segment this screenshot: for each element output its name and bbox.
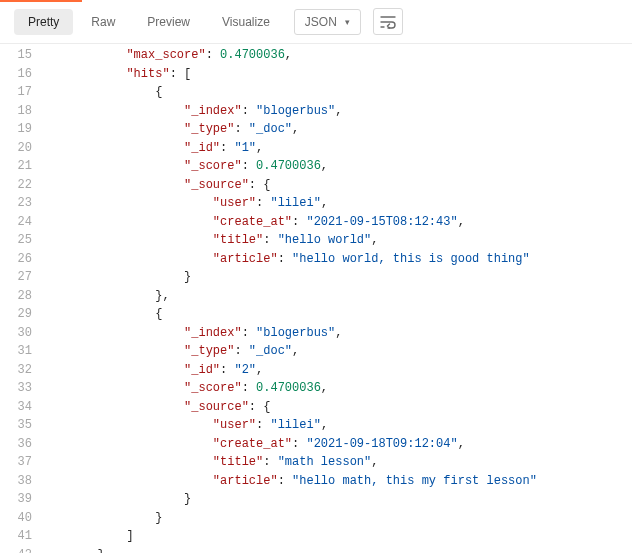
- code-line: }: [40, 268, 632, 287]
- line-number: 40: [0, 509, 32, 528]
- code-line: "_id": "1",: [40, 139, 632, 158]
- line-number: 28: [0, 287, 32, 306]
- code-line: "_score": 0.4700036,: [40, 157, 632, 176]
- code-line: "_index": "blogerbus",: [40, 324, 632, 343]
- code-line: "title": "math lesson",: [40, 453, 632, 472]
- line-number: 15: [0, 46, 32, 65]
- code-line: "article": "hello world, this is good th…: [40, 250, 632, 269]
- code-line: "_source": {: [40, 176, 632, 195]
- code-line: "create_at": "2021-09-18T09:12:04",: [40, 435, 632, 454]
- code-line: {: [40, 83, 632, 102]
- line-number: 20: [0, 139, 32, 158]
- code-line: "max_score": 0.4700036,: [40, 46, 632, 65]
- code-line: }: [40, 509, 632, 528]
- code-line: },: [40, 287, 632, 306]
- code-line: "title": "hello world",: [40, 231, 632, 250]
- line-number: 25: [0, 231, 32, 250]
- line-number: 41: [0, 527, 32, 546]
- line-number: 34: [0, 398, 32, 417]
- line-number: 17: [0, 83, 32, 102]
- code-line: "_id": "2",: [40, 361, 632, 380]
- code-line: "create_at": "2021-09-15T08:12:43",: [40, 213, 632, 232]
- response-toolbar: Pretty Raw Preview Visualize JSON ▾: [0, 2, 632, 44]
- line-gutter: 1516171819202122232425262728293031323334…: [0, 44, 40, 553]
- code-line: "user": "lilei",: [40, 194, 632, 213]
- code-line: "_score": 0.4700036,: [40, 379, 632, 398]
- line-number: 21: [0, 157, 32, 176]
- chevron-down-icon: ▾: [345, 17, 350, 27]
- wrap-icon: [380, 15, 396, 29]
- code-line: }: [40, 490, 632, 509]
- code-line: "hits": [: [40, 65, 632, 84]
- tab-visualize[interactable]: Visualize: [208, 9, 284, 35]
- line-number: 16: [0, 65, 32, 84]
- line-number: 39: [0, 490, 32, 509]
- line-number: 29: [0, 305, 32, 324]
- code-content[interactable]: "max_score": 0.4700036, "hits": [ { "_in…: [40, 44, 632, 553]
- code-line: {: [40, 305, 632, 324]
- line-number: 32: [0, 361, 32, 380]
- code-line: "_type": "_doc",: [40, 120, 632, 139]
- line-number: 33: [0, 379, 32, 398]
- line-number: 30: [0, 324, 32, 343]
- line-number: 42: [0, 546, 32, 554]
- code-area: 1516171819202122232425262728293031323334…: [0, 44, 632, 553]
- line-number: 24: [0, 213, 32, 232]
- line-number: 38: [0, 472, 32, 491]
- code-line: "_source": {: [40, 398, 632, 417]
- wrap-lines-button[interactable]: [373, 8, 403, 35]
- line-number: 35: [0, 416, 32, 435]
- line-number: 37: [0, 453, 32, 472]
- format-select[interactable]: JSON ▾: [294, 9, 361, 35]
- code-line: "user": "lilei",: [40, 416, 632, 435]
- line-number: 19: [0, 120, 32, 139]
- line-number: 23: [0, 194, 32, 213]
- line-number: 18: [0, 102, 32, 121]
- code-line: "_type": "_doc",: [40, 342, 632, 361]
- tab-raw[interactable]: Raw: [77, 9, 129, 35]
- code-line: "_index": "blogerbus",: [40, 102, 632, 121]
- line-number: 22: [0, 176, 32, 195]
- line-number: 27: [0, 268, 32, 287]
- tab-pretty[interactable]: Pretty: [14, 9, 73, 35]
- format-select-label: JSON: [305, 15, 337, 29]
- code-line: "article": "hello math, this my first le…: [40, 472, 632, 491]
- line-number: 26: [0, 250, 32, 269]
- tab-preview[interactable]: Preview: [133, 9, 204, 35]
- line-number: 31: [0, 342, 32, 361]
- code-line: ]: [40, 527, 632, 546]
- line-number: 36: [0, 435, 32, 454]
- code-line: }: [40, 546, 632, 554]
